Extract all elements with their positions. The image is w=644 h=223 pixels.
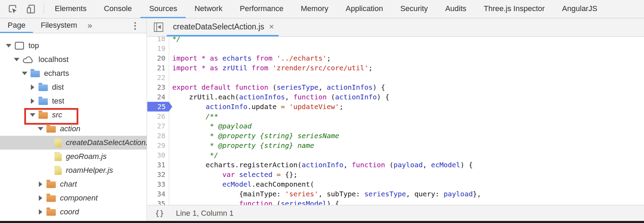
tree-item-src[interactable]: src [0, 108, 147, 122]
tab-network[interactable]: Network [186, 0, 231, 18]
cursor-position-label: Line 1, Column 1 [176, 209, 234, 218]
code-line-content: ecModel.eachComponent( [169, 179, 314, 189]
toolbar-divider [44, 4, 44, 14]
editor-tabbar: createDataSelectAction.js × [147, 18, 644, 37]
tree-item-top[interactable]: top [0, 39, 147, 53]
folder-icon [38, 112, 48, 119]
overflow-chevron-icon[interactable]: » [85, 18, 95, 33]
expanded-arrow-icon[interactable] [13, 58, 20, 61]
code-line-18: 18*/ [147, 37, 644, 44]
expanded-arrow-icon[interactable] [37, 127, 44, 131]
code-line-24: 24 zrUtil.each(actionInfos, function (ac… [147, 92, 644, 102]
folder-icon [46, 195, 56, 202]
sidebar-tab-filesystem[interactable]: Filesystem [33, 18, 85, 33]
folder-icon [38, 84, 48, 91]
tab-console[interactable]: Console [95, 0, 141, 18]
device-toolbar-icon[interactable] [26, 4, 36, 14]
tree-item-label: coord [60, 207, 79, 216]
file-icon [54, 166, 62, 175]
collapsed-arrow-icon[interactable] [29, 98, 36, 104]
line-number[interactable]: 20 [147, 53, 169, 63]
expanded-arrow-icon[interactable] [21, 72, 28, 75]
tab-audits[interactable]: Audits [436, 0, 475, 18]
line-number[interactable]: 32 [147, 170, 169, 179]
tree-item-coord[interactable]: coord [0, 205, 147, 219]
line-number[interactable]: 31 [147, 160, 169, 170]
pretty-print-button[interactable]: {} [155, 209, 164, 217]
panel-tabs: ElementsConsoleSourcesNetworkPerformance… [46, 0, 606, 18]
tab-angularjs[interactable]: AngularJS [554, 0, 606, 18]
code-line-content: * @payload [169, 121, 252, 131]
tree-item-label: component [60, 194, 98, 203]
line-number[interactable]: 21 [147, 63, 169, 73]
devtools-window: ElementsConsoleSourcesNetworkPerformance… [0, 0, 644, 223]
code-line-content: */ [169, 150, 218, 160]
folder-icon [46, 181, 56, 188]
tree-item-label: geoRoam.js [66, 152, 106, 161]
file-tab[interactable]: createDataSelectAction.js × [167, 18, 279, 36]
close-tab-icon[interactable]: × [269, 22, 274, 32]
expanded-arrow-icon[interactable] [29, 113, 36, 117]
code-line-content: * @property {string} seriesName [169, 131, 339, 141]
file-tab-label: createDataSelectAction.js [173, 22, 264, 32]
tree-item-roamhelper-js[interactable]: roamHelper.js [0, 163, 147, 177]
sources-sidebar: PageFilesystem » ⋮ toplocalhostechartsdi… [0, 18, 147, 221]
line-number[interactable]: 35 [147, 199, 169, 205]
code-editor[interactable]: 18*/1920import * as echarts from '../ech… [147, 37, 644, 205]
tree-item-chart[interactable]: chart [0, 177, 147, 191]
tab-elements[interactable]: Elements [46, 0, 95, 18]
code-line-content: actionInfo.update = 'updateView'; [169, 102, 343, 112]
tree-item-echarts[interactable]: echarts [0, 66, 147, 80]
collapse-sidebar-icon[interactable] [154, 23, 163, 32]
inspect-element-icon[interactable] [8, 4, 18, 14]
tab-three-js-inspector[interactable]: Three.js Inspector [475, 0, 554, 18]
line-number[interactable]: 23 [147, 82, 169, 92]
code-line-34: 34 {mainType: 'series', subType: seriesT… [147, 189, 644, 199]
line-number[interactable]: 28 [147, 131, 169, 141]
tab-memory[interactable]: Memory [292, 0, 337, 18]
tree-item-dist[interactable]: dist [0, 80, 147, 94]
more-options-icon[interactable]: ⋮ [124, 18, 147, 33]
sidebar-tabbar: PageFilesystem » ⋮ [0, 18, 147, 33]
tree-item-georoam-js[interactable]: geoRoam.js [0, 150, 147, 163]
tree-item-createdataselectaction-js[interactable]: createDataSelectAction.js [0, 136, 147, 150]
tab-performance[interactable]: Performance [231, 0, 292, 18]
tree-item-localhost[interactable]: localhost [0, 53, 147, 66]
editor-statusbar: {} Line 1, Column 1 [147, 205, 644, 221]
collapsed-arrow-icon[interactable] [29, 84, 36, 90]
code-line-22: 22 [147, 73, 644, 82]
code-line-content: function (seriesModel) { [169, 199, 339, 205]
collapsed-arrow-icon[interactable] [37, 209, 44, 215]
line-number[interactable]: 19 [147, 44, 169, 53]
tab-sources[interactable]: Sources [140, 0, 186, 18]
tree-item-test[interactable]: test [0, 94, 147, 108]
line-number[interactable]: 22 [147, 73, 169, 82]
code-line-content: /** [169, 112, 218, 121]
code-line-content [169, 44, 172, 53]
tree-item-label: roamHelper.js [66, 166, 113, 175]
code-line-content: var selected = {}; [169, 170, 297, 179]
code-line-content: {mainType: 'series', subType: seriesType… [169, 189, 481, 199]
tab-application[interactable]: Application [337, 0, 392, 18]
folder-icon [31, 71, 40, 77]
code-line-30: 30 */ [147, 150, 644, 160]
line-number[interactable]: 27 [147, 121, 169, 131]
line-number[interactable]: 26 [147, 112, 169, 121]
expanded-arrow-icon[interactable] [5, 44, 12, 47]
line-number[interactable]: 18 [147, 37, 169, 44]
tab-security[interactable]: Security [392, 0, 436, 18]
line-number[interactable]: 30 [147, 150, 169, 160]
collapsed-arrow-icon[interactable] [37, 195, 44, 201]
code-line-31: 31 echarts.registerAction(actionInfo, fu… [147, 160, 644, 170]
line-number[interactable]: 34 [147, 189, 169, 199]
sidebar-tab-page[interactable]: Page [0, 18, 33, 33]
line-number[interactable]: 24 [147, 92, 169, 102]
line-number[interactable]: 33 [147, 179, 169, 189]
tree-item-component[interactable]: component [0, 191, 147, 205]
line-number[interactable]: 29 [147, 141, 169, 150]
file-tree: toplocalhostechartsdisttestsrcactioncrea… [0, 33, 147, 221]
collapsed-arrow-icon[interactable] [37, 181, 44, 187]
selected-line-number-marker[interactable]: 25 [147, 102, 172, 112]
header-spacer [95, 18, 124, 33]
tree-item-action[interactable]: action [0, 122, 147, 136]
